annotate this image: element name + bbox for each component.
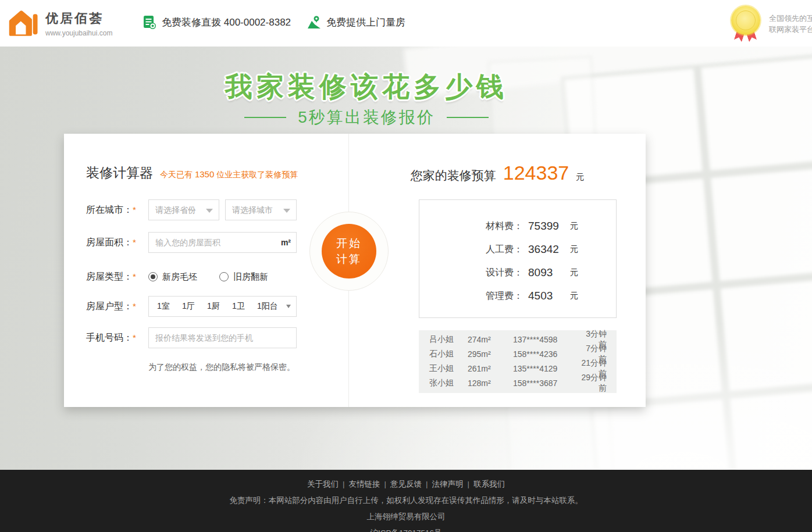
site-logo[interactable]: 优居佰荟 www.youjubaihui.com [8, 8, 112, 39]
start-calculate-button[interactable]: 开始 计算 [322, 224, 376, 279]
phone-input[interactable] [148, 327, 297, 348]
result-total: 124337 [503, 162, 569, 184]
footer-icp: 沪ICP备17017516号 [0, 528, 812, 532]
today-stats: 今天已有 1350 位业主获取了装修预算 [160, 169, 298, 180]
radio-selected-icon [148, 272, 158, 281]
breakdown-row: 管理费： 4503 元 [419, 284, 616, 308]
leading-platform-badge: 全国领先的互联网家装平台 [769, 13, 812, 35]
logo-name: 优居佰荟 [45, 10, 112, 27]
chevron-down-icon [286, 305, 291, 308]
free-measure-contact[interactable]: 免费提供上门量房 [307, 15, 405, 30]
footer-link-friends[interactable]: 友情链接 [348, 480, 380, 488]
result-title: 您家的装修预算 [411, 167, 496, 184]
footer-links: 关于我们|友情链接|意见反馈|法律声明|联系我们 [0, 479, 812, 490]
footer-link-contact[interactable]: 联系我们 [473, 480, 505, 488]
header: 优居佰荟 www.youjubaihui.com 免费装修直拨 400-0002… [0, 0, 812, 47]
footer-link-feedback[interactable]: 意见反馈 [390, 480, 422, 488]
privacy-note: 为了您的权益，您的隐私将被严格保密。 [148, 362, 295, 373]
calculator-card: 装修计算器 今天已有 1350 位业主获取了装修预算 所在城市：* 请选择省份 … [64, 134, 646, 407]
free-phone-label: 免费装修直拨 400-0002-8382 [162, 16, 291, 29]
chevron-down-icon [283, 209, 290, 213]
stats-count: 1350 [195, 169, 214, 179]
free-phone-contact[interactable]: 免费装修直拨 400-0002-8382 [143, 15, 291, 30]
phone-label: 手机号码：* [86, 332, 148, 344]
result-unit: 元 [576, 172, 584, 183]
recent-users-table: 吕小姐 274m² 137****4598 3分钟前 石小姐 295m² 158… [419, 330, 617, 393]
free-measure-label: 免费提供上门量房 [326, 16, 405, 29]
layout-select[interactable]: 1室 1厅 1厨 1卫 1阳台 [148, 296, 297, 317]
radio-old-house[interactable]: 旧房翻新 [219, 272, 268, 283]
house-type-label: 房屋类型：* [86, 271, 148, 283]
hero-title: 我家装修该花多少钱 [64, 69, 669, 105]
radio-new-house[interactable]: 新房毛坯 [148, 272, 197, 283]
hero-subtitle-text: 5秒算出装修报价 [298, 106, 435, 128]
city-label: 所在城市：* [86, 204, 148, 216]
footer-link-about[interactable]: 关于我们 [307, 480, 339, 488]
city-select[interactable]: 请选择城市 [225, 199, 297, 220]
area-unit: m² [281, 238, 291, 247]
house-logo-icon [8, 8, 40, 39]
footer: 关于我们|友情链接|意见反馈|法律声明|联系我们 免责声明：本网站部分内容由用户… [0, 470, 812, 532]
calculator-title: 装修计算器 [86, 164, 153, 182]
hero-subtitle: 5秒算出装修报价 [64, 106, 669, 128]
footer-disclaimer: 免责声明：本网站部分内容由用户自行上传，如权利人发现存在误传其作品情形，请及时与… [0, 495, 812, 506]
layout-label: 房屋户型：* [86, 301, 148, 313]
map-pin-icon [307, 15, 321, 30]
start-button-ring: 开始 计算 [309, 212, 389, 291]
cost-breakdown-box: 材料费： 75399 元 人工费： 36342 元 设计费： 8093 元 管理… [419, 199, 617, 318]
area-label: 房屋面积：* [86, 237, 148, 249]
gold-medal-icon [731, 5, 761, 42]
breakdown-row: 人工费： 36342 元 [419, 238, 616, 261]
result-header: 您家的装修预算 124337 元 [349, 162, 646, 184]
breakdown-row: 材料费： 75399 元 [419, 215, 616, 238]
chevron-down-icon [206, 209, 213, 213]
order-phone-icon [143, 15, 156, 30]
radio-unselected-icon [219, 272, 229, 281]
footer-company: 上海翎绅贸易有限公司 [0, 512, 812, 522]
logo-url: www.youjubaihui.com [45, 29, 112, 37]
area-input[interactable] [148, 232, 297, 253]
page: 优居佰荟 www.youjubaihui.com 免费装修直拨 400-0002… [0, 0, 812, 532]
city-placeholder: 请选择城市 [232, 205, 273, 216]
province-placeholder: 请选择省份 [155, 205, 196, 216]
footer-link-legal[interactable]: 法律声明 [432, 480, 464, 488]
province-select[interactable]: 请选择省份 [148, 199, 219, 220]
breakdown-row: 设计费： 8093 元 [419, 261, 616, 284]
table-row: 张小姐 128m² 158****3687 29分钟前 [419, 376, 617, 390]
